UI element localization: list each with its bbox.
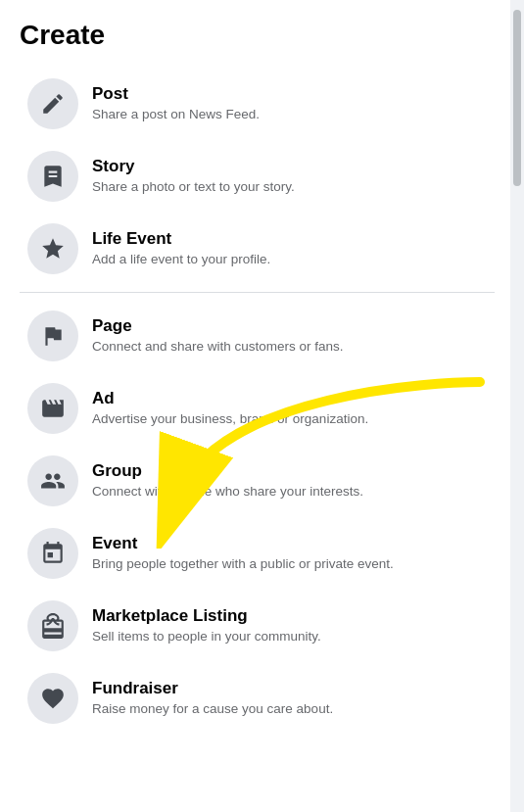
ad-title: Ad	[92, 388, 368, 409]
life-event-icon-circle	[27, 223, 78, 274]
story-icon	[40, 164, 66, 189]
page-icon-circle	[27, 310, 78, 361]
life-event-desc: Add a life event to your profile.	[92, 251, 270, 269]
page-title: Create	[20, 20, 495, 51]
menu-item-page[interactable]: Page Connect and share with customers or…	[20, 301, 495, 371]
ad-icon	[40, 396, 66, 421]
menu-item-life-event[interactable]: Life Event Add a life event to your prof…	[20, 214, 495, 284]
group-title: Group	[92, 460, 363, 482]
marketplace-icon	[40, 613, 66, 639]
page-icon	[40, 323, 66, 349]
event-title: Event	[92, 533, 394, 554]
menu-item-event[interactable]: Event Bring people together with a publi…	[20, 518, 495, 589]
group-icon	[40, 468, 66, 494]
post-text: Post Share a post on News Feed.	[92, 83, 260, 124]
ad-icon-circle	[27, 383, 78, 434]
page-desc: Connect and share with customers or fans…	[92, 338, 344, 357]
divider-1	[20, 292, 495, 293]
event-icon	[40, 541, 66, 566]
menu-item-ad[interactable]: Ad Advertise your business, brand or org…	[20, 373, 495, 444]
event-text: Event Bring people together with a publi…	[92, 533, 394, 574]
group-text: Group Connect with people who share your…	[92, 460, 363, 502]
fundraiser-desc: Raise money for a cause you care about.	[92, 700, 333, 719]
group-desc: Connect with people who share your inter…	[92, 483, 363, 502]
page-container: Create Post Share a post on News Feed. S…	[0, 0, 524, 812]
post-icon	[40, 91, 66, 117]
story-desc: Share a photo or text to your story.	[92, 178, 295, 197]
life-event-icon	[40, 236, 66, 262]
ad-desc: Advertise your business, brand or organi…	[92, 410, 368, 429]
main-content: Create Post Share a post on News Feed. S…	[0, 0, 510, 812]
fundraiser-title: Fundraiser	[92, 678, 333, 699]
fundraiser-icon-circle	[27, 673, 78, 724]
event-desc: Bring people together with a public or p…	[92, 555, 394, 574]
page-text: Page Connect and share with customers or…	[92, 315, 344, 357]
scrollbar-track[interactable]	[510, 0, 524, 812]
story-title: Story	[92, 156, 295, 177]
post-icon-circle	[27, 78, 78, 129]
page-title-label: Page	[92, 315, 344, 337]
menu-item-fundraiser[interactable]: Fundraiser Raise money for a cause you c…	[20, 663, 495, 734]
scrollbar-thumb[interactable]	[513, 10, 521, 186]
group-icon-circle	[27, 455, 78, 506]
marketplace-desc: Sell items to people in your community.	[92, 628, 321, 646]
story-text: Story Share a photo or text to your stor…	[92, 156, 295, 197]
menu-item-group[interactable]: Group Connect with people who share your…	[20, 446, 495, 516]
marketplace-icon-circle	[27, 600, 78, 651]
event-icon-circle	[27, 528, 78, 579]
story-icon-circle	[27, 151, 78, 202]
marketplace-title: Marketplace Listing	[92, 605, 321, 627]
fundraiser-icon	[40, 686, 66, 711]
life-event-title: Life Event	[92, 228, 270, 250]
menu-item-post[interactable]: Post Share a post on News Feed.	[20, 69, 495, 139]
menu-item-story[interactable]: Story Share a photo or text to your stor…	[20, 141, 495, 212]
fundraiser-text: Fundraiser Raise money for a cause you c…	[92, 678, 333, 719]
post-title: Post	[92, 83, 260, 105]
menu-item-marketplace[interactable]: Marketplace Listing Sell items to people…	[20, 591, 495, 661]
post-desc: Share a post on News Feed.	[92, 106, 260, 124]
life-event-text: Life Event Add a life event to your prof…	[92, 228, 270, 269]
ad-text: Ad Advertise your business, brand or org…	[92, 388, 368, 429]
marketplace-text: Marketplace Listing Sell items to people…	[92, 605, 321, 646]
